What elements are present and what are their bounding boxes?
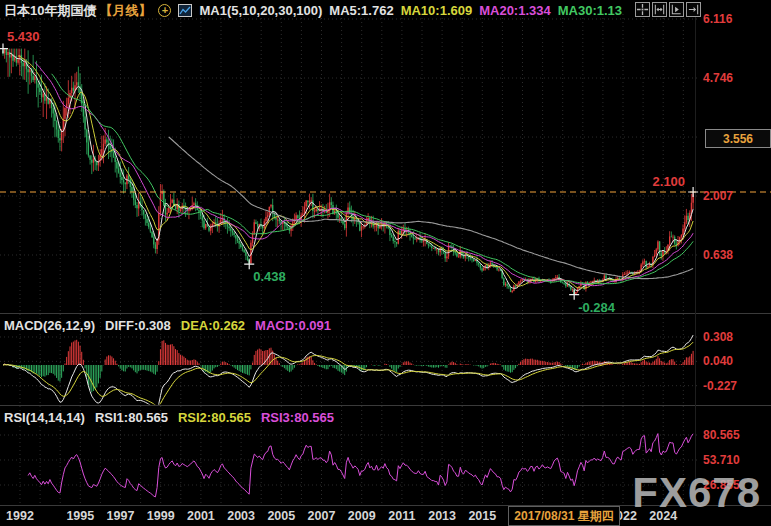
rsi-axis-label: 53.710 (703, 453, 740, 467)
time-axis-label: 2009 (348, 509, 376, 523)
rsi-panel[interactable] (0, 425, 695, 505)
chart-header: 日本10年期国债 【月线】 + MA1(5,10,20,30,100) MA5:… (4, 1, 622, 20)
ma5-value: MA5:1.762 (329, 3, 393, 18)
macd-header: MACD(26,12,9) DIFF:0.308 DEA:0.262 MACD:… (4, 317, 331, 333)
period-label: 【月线】 (99, 2, 151, 20)
ma-settings-label: MA1(5,10,20,30,100) (199, 3, 322, 18)
crosshair-icon[interactable] (635, 2, 650, 17)
last-high-marker-label: 2.100 (653, 174, 686, 189)
macd-axis-label: -0.227 (703, 379, 737, 393)
y-axis-label: 0.638 (703, 248, 733, 262)
time-axis-label: 2013 (428, 509, 456, 523)
macd-macd-value: MACD:0.091 (255, 318, 331, 333)
fit-axis-icon[interactable] (652, 2, 667, 17)
scroll-right-glyph (670, 3, 683, 16)
app-root: { "header": { "title": "日本10年期国债", "peri… (0, 0, 771, 526)
crosshair-price-box: 3.556 (705, 129, 771, 148)
macd-axis-label: 0.308 (703, 330, 733, 344)
time-axis-label: 1995 (66, 509, 94, 523)
time-axis-label: 1999 (147, 509, 175, 523)
time-axis-label: 1992 (6, 509, 34, 523)
time-axis-label: 2001 (187, 509, 215, 523)
watermark: FX678 (632, 472, 761, 514)
add-icon[interactable]: + (158, 4, 171, 17)
macd-diff-value: DIFF:0.308 (105, 318, 171, 333)
time-axis-label: 2011 (388, 509, 415, 523)
macd-axis-label: 0.040 (703, 354, 733, 368)
chart-toolbar (635, 2, 701, 17)
indicator-chart-icon[interactable] (178, 4, 192, 17)
indicator-chart-glyph (179, 5, 191, 16)
crosshair-date-box: 2017/08/31 星期四 (508, 506, 620, 526)
rsi1-value: RSI1:80.565 (95, 410, 168, 425)
main-panel[interactable] (0, 20, 695, 313)
high-marker-label: 5.430 (7, 29, 40, 44)
chart-canvas[interactable]: 6.1164.7462.0070.6380.3080.040-0.22780.5… (0, 0, 771, 526)
crosshair-glyph (636, 3, 649, 16)
rsi-axis-label: 80.565 (703, 428, 740, 442)
scroll-right-icon[interactable] (669, 2, 684, 17)
macd-params: MACD(26,12,9) (4, 318, 95, 333)
rsi3-value: RSI3:80.565 (261, 410, 334, 425)
time-axis-label: 2015 (468, 509, 496, 523)
rsi-params: RSI(14,14,14) (4, 410, 85, 425)
time-axis-label: 2005 (267, 509, 295, 523)
y-axis-label: 2.007 (703, 189, 733, 203)
time-axis-label: 2003 (227, 509, 255, 523)
macd-dea-value: DEA:0.262 (181, 318, 245, 333)
ma30-value: MA30:1.13 (558, 3, 622, 18)
rsi2-value: RSI2:80.565 (178, 410, 251, 425)
rsi-header: RSI(14,14,14) RSI1:80.565 RSI2:80.565 RS… (4, 409, 334, 425)
y-axis-label: 4.746 (703, 71, 733, 85)
ma10-value: MA10:1.609 (401, 3, 473, 18)
instrument-title: 日本10年期国债 (4, 2, 96, 20)
low-marker-label: 0.438 (253, 269, 286, 284)
ma20-value: MA20:1.334 (479, 3, 551, 18)
jump-end-icon[interactable] (686, 2, 701, 17)
fit-axis-glyph (653, 3, 666, 16)
y-axis-label: 6.116 (703, 12, 733, 26)
time-axis-label: 1997 (107, 509, 135, 523)
jump-end-glyph (687, 3, 700, 16)
time-axis-label: 2007 (308, 509, 336, 523)
low-marker-label: -0.284 (578, 300, 616, 315)
